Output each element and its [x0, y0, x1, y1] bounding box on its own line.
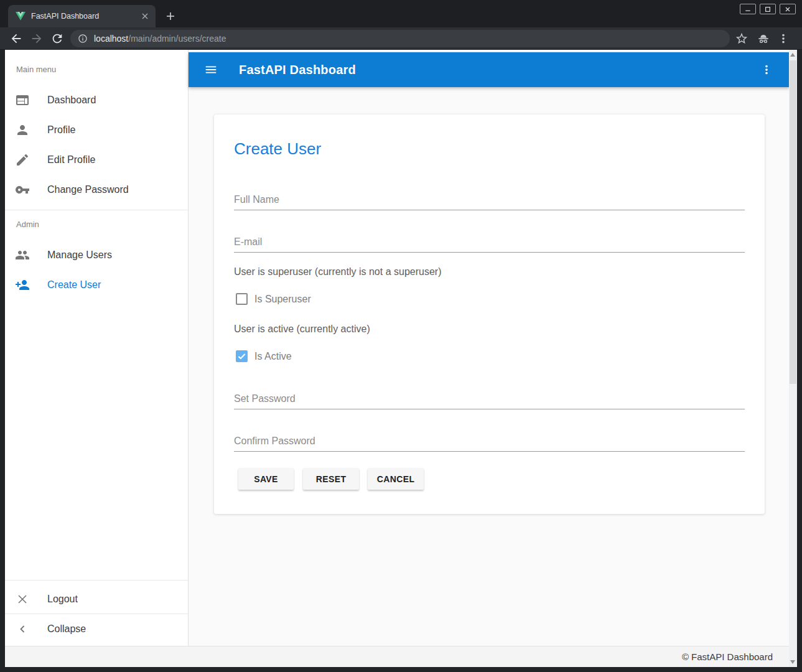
sidebar-item-dashboard[interactable]: Dashboard — [5, 85, 188, 115]
sidebar-item-label: Edit Profile — [47, 145, 95, 175]
back-button[interactable] — [9, 32, 23, 45]
cancel-button[interactable]: CANCEL — [368, 468, 424, 490]
person-add-icon — [15, 278, 30, 292]
checkbox-unchecked-icon[interactable] — [236, 293, 248, 305]
tab-close-icon[interactable] — [140, 11, 150, 21]
browser-toolbar: localhost/main/admin/users/create — [0, 27, 802, 50]
key-icon — [15, 182, 30, 197]
sidebar-item-label: Dashboard — [47, 85, 96, 115]
page-title: Create User — [234, 139, 321, 159]
scrollbar[interactable] — [789, 50, 797, 667]
url-host: localhost — [94, 34, 128, 44]
sidebar-item-label: Logout — [47, 584, 78, 614]
scrollbar-thumb[interactable] — [790, 60, 796, 384]
forward-button[interactable] — [30, 32, 44, 45]
address-bar[interactable]: localhost/main/admin/users/create — [70, 30, 730, 47]
page-content: Main menu Dashboard Profile Edit Profile… — [5, 50, 797, 667]
web-icon — [15, 93, 30, 108]
scroll-up-icon[interactable] — [790, 53, 795, 57]
scroll-down-icon[interactable] — [790, 660, 795, 664]
new-tab-button[interactable] — [162, 8, 179, 24]
browser-tab[interactable]: FastAPI Dashboard — [8, 5, 156, 27]
url-path: /main/admin/users/create — [128, 34, 226, 44]
sidebar-item-logout[interactable]: Logout — [5, 584, 188, 614]
reload-button[interactable] — [50, 32, 64, 45]
checkbox-label[interactable]: Is Active — [254, 350, 292, 362]
browser-menu-icon[interactable] — [776, 32, 790, 45]
people-icon — [15, 248, 30, 263]
bookmark-star-icon[interactable] — [735, 32, 748, 45]
active-note: User is active (currently active) — [234, 324, 370, 335]
sidebar-item-label: Collapse — [47, 614, 86, 644]
url-text: localhost/main/admin/users/create — [94, 30, 226, 47]
sidebar-item-manage-users[interactable]: Manage Users — [5, 240, 188, 270]
sidebar-item-label: Manage Users — [47, 240, 112, 270]
copyright-text: © FastAPI Dashboard — [682, 646, 773, 667]
sidebar-item-create-user[interactable]: Create User — [5, 270, 188, 300]
sidebar-item-label: Change Password — [47, 175, 129, 205]
appbar-title: FastAPI Dashboard — [239, 52, 356, 87]
page-footer: © FastAPI Dashboard — [5, 646, 789, 667]
sidebar-item-change-password[interactable]: Change Password — [5, 175, 188, 205]
browser-titlebar: FastAPI Dashboard — [0, 0, 802, 27]
sidebar-header-main-menu: Main menu — [16, 65, 56, 74]
sidebar-item-edit-profile[interactable]: Edit Profile — [5, 145, 188, 175]
save-button[interactable]: SAVE — [238, 468, 294, 490]
page-info-icon[interactable] — [78, 34, 88, 44]
tab-title: FastAPI Dashboard — [31, 5, 99, 27]
checkbox-checked-icon[interactable] — [236, 350, 248, 362]
sidebar-item-profile[interactable]: Profile — [5, 115, 188, 145]
incognito-icon — [757, 32, 770, 45]
maximize-button[interactable] — [760, 4, 776, 14]
vue-favicon-icon — [16, 11, 26, 21]
set-password-field[interactable] — [234, 388, 745, 409]
pencil-icon — [15, 152, 30, 167]
person-icon — [15, 123, 30, 138]
appbar-menu-icon[interactable] — [760, 63, 773, 77]
superuser-note: User is superuser (currently is not a su… — [234, 266, 441, 278]
sidebar-item-collapse[interactable]: Collapse — [5, 614, 188, 644]
sidebar-divider — [5, 580, 188, 581]
create-user-card: Create User User is superuser (currently… — [214, 114, 765, 514]
sidebar-item-label: Create User — [47, 270, 101, 300]
menu-hamburger-icon[interactable] — [204, 63, 218, 77]
chevron-left-icon — [15, 622, 30, 637]
confirm-password-field[interactable] — [234, 431, 745, 452]
sidebar-divider — [5, 210, 188, 210]
sidebar-header-admin: Admin — [16, 220, 39, 229]
full-name-field[interactable] — [234, 189, 745, 210]
sidebar: Main menu Dashboard Profile Edit Profile… — [5, 50, 189, 646]
checkbox-label[interactable]: Is Superuser — [254, 293, 311, 305]
email-field[interactable] — [234, 231, 745, 253]
close-icon — [15, 592, 30, 607]
minimize-button[interactable] — [740, 4, 756, 14]
reset-button[interactable]: RESET — [303, 468, 359, 490]
appbar: FastAPI Dashboard — [189, 52, 790, 87]
window-close-button[interactable] — [780, 4, 796, 14]
window-controls — [740, 4, 796, 14]
sidebar-item-label: Profile — [47, 115, 75, 145]
